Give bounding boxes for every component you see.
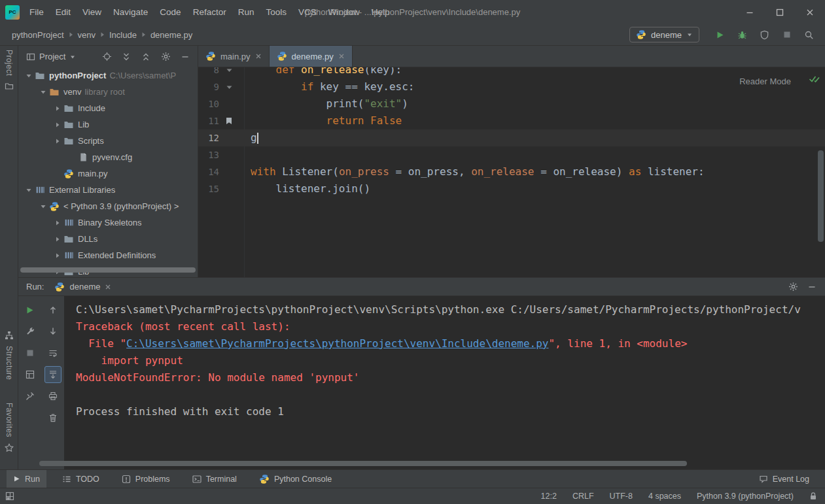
run-config-selector[interactable]: deneme: [629, 27, 699, 42]
tree-item-lib[interactable]: Lib: [18, 116, 198, 133]
hide-panel-icon[interactable]: [808, 283, 816, 291]
editor-scrollbar[interactable]: [818, 150, 824, 242]
menu-refactor[interactable]: Refactor: [187, 0, 232, 24]
expand-all-button[interactable]: [119, 50, 133, 64]
tree-item-include[interactable]: Include: [18, 100, 198, 116]
project-view-selector[interactable]: Project: [39, 52, 65, 61]
tree-item-venv[interactable]: venv library root: [18, 84, 198, 100]
breadcrumb-pythonproject[interactable]: pythonProject: [12, 30, 64, 40]
close-button[interactable]: [795, 0, 825, 24]
debug-button[interactable]: [733, 27, 752, 42]
event-log-button[interactable]: Event Log: [752, 475, 816, 484]
prev-occurrence-button[interactable]: [44, 301, 61, 318]
collapse-all-button[interactable]: [139, 50, 153, 64]
menu-run[interactable]: Run: [232, 0, 260, 24]
tree-item-python-3-9-pythonproject[interactable]: < Python 3.9 (pythonProject) >: [18, 198, 198, 214]
toolwindow-run[interactable]: Run: [7, 470, 46, 488]
tree-item-main-py[interactable]: main.py: [18, 165, 198, 182]
project-options-button[interactable]: [158, 50, 173, 64]
breadcrumb-deneme-py[interactable]: deneme.py: [150, 30, 192, 40]
chevron-right-icon[interactable]: [52, 105, 63, 112]
clear-console-button[interactable]: [44, 409, 61, 426]
lock-icon[interactable]: [809, 492, 817, 501]
toolwindow-python-console[interactable]: Python Console: [253, 470, 338, 488]
tree-item-scripts[interactable]: Scripts: [18, 133, 198, 149]
code-line-14[interactable]: 14with Listener(on_press = on_press, on_…: [198, 163, 825, 180]
toolwindow-todo[interactable]: TODO: [56, 470, 106, 488]
inspections-ok-icon[interactable]: [809, 75, 820, 83]
rerun-button[interactable]: [22, 301, 39, 318]
close-icon[interactable]: [255, 53, 262, 59]
chevron-right-icon[interactable]: [52, 252, 63, 259]
file-link[interactable]: C:\Users\samet\PycharmProjects\pythonPro…: [126, 337, 548, 350]
project-hscrollbar[interactable]: [20, 267, 196, 273]
line-number[interactable]: 15: [198, 180, 219, 197]
line-number[interactable]: 8: [198, 67, 219, 78]
toolwindow-terminal[interactable]: Terminal: [186, 470, 243, 488]
indent-style[interactable]: 4 spaces: [648, 492, 681, 501]
chevron-right-icon[interactable]: [52, 236, 63, 243]
favorites-stripe-button[interactable]: Favorites: [5, 403, 14, 437]
stop-button[interactable]: [777, 27, 796, 42]
stop-process-button[interactable]: [22, 344, 39, 361]
chevron-right-icon[interactable]: [52, 220, 63, 226]
minimize-button[interactable]: [735, 0, 765, 24]
menu-view[interactable]: View: [77, 0, 107, 24]
menu-tools[interactable]: Tools: [260, 0, 292, 24]
tree-item-pyvenv-cfg[interactable]: pyvenv.cfg: [18, 149, 198, 165]
menu-navigate[interactable]: Navigate: [107, 0, 154, 24]
chevron-down-icon[interactable]: [24, 73, 34, 79]
run-tab[interactable]: deneme: [50, 278, 115, 295]
scroll-to-end-button[interactable]: [44, 366, 61, 383]
tree-item-pythonproject[interactable]: pythonProject C:\Users\samet\P: [18, 67, 198, 84]
code-line-9[interactable]: 9 if key == key.esc:: [198, 78, 825, 95]
hide-panel-button[interactable]: [178, 50, 192, 64]
close-icon[interactable]: [105, 284, 111, 290]
print-console-button[interactable]: [44, 388, 61, 405]
tab-main-py[interactable]: main.py: [198, 46, 270, 67]
code-line-10[interactable]: 10 print("exit"): [198, 95, 825, 112]
tool-windows-toggle-icon[interactable]: [5, 492, 14, 501]
maximize-button[interactable]: [765, 0, 795, 24]
file-encoding[interactable]: UTF-8: [610, 492, 633, 501]
chevron-down-icon[interactable]: [24, 187, 34, 193]
search-everywhere-button[interactable]: [799, 27, 818, 42]
line-number[interactable]: 11: [198, 112, 219, 129]
gear-icon[interactable]: [788, 282, 798, 292]
code-line-15[interactable]: 15 listener.join(): [198, 180, 825, 197]
restore-layout-button[interactable]: [22, 366, 39, 383]
menu-file[interactable]: File: [24, 0, 50, 24]
coverage-button[interactable]: [755, 27, 774, 42]
chevron-right-icon[interactable]: [52, 138, 63, 144]
tab-deneme-py[interactable]: deneme.py: [270, 46, 353, 67]
editor[interactable]: 8 def on_release(key):9 if key == key.es…: [198, 67, 825, 277]
chevron-right-icon[interactable]: [52, 122, 63, 128]
code-line-8[interactable]: 8 def on_release(key):: [198, 67, 825, 78]
tree-item-external-libraries[interactable]: External Libraries: [18, 182, 198, 198]
soft-wrap-button[interactable]: [44, 344, 61, 361]
run-button[interactable]: [711, 27, 729, 42]
reader-mode-widget[interactable]: Reader Mode: [739, 76, 791, 86]
tree-item-binary-skeletons[interactable]: Binary Skeletons: [18, 214, 198, 231]
line-number[interactable]: 9: [198, 78, 219, 95]
select-opened-file-button[interactable]: [99, 50, 114, 64]
pin-tab-button[interactable]: [22, 388, 39, 405]
line-separator[interactable]: CRLF: [572, 492, 594, 501]
line-number[interactable]: 13: [198, 146, 219, 163]
next-occurrence-button[interactable]: [44, 323, 61, 340]
menu-edit[interactable]: Edit: [50, 0, 77, 24]
tree-item-dlls[interactable]: DLLs: [18, 231, 198, 247]
line-number[interactable]: 10: [198, 95, 219, 112]
project-stripe-button[interactable]: Project: [5, 50, 14, 76]
code-line-13[interactable]: 13: [198, 146, 825, 163]
caret-position[interactable]: 12:2: [541, 492, 557, 501]
edit-configuration-button[interactable]: [22, 323, 39, 340]
toolwindow-problems[interactable]: Problems: [115, 470, 177, 488]
line-number[interactable]: 14: [198, 163, 219, 180]
breadcrumb-include[interactable]: Include: [109, 30, 137, 40]
close-icon[interactable]: [338, 53, 345, 59]
code-line-12[interactable]: 12g: [198, 129, 825, 146]
line-number[interactable]: 12: [198, 129, 219, 146]
console-hscrollbar[interactable]: [39, 461, 687, 466]
tree-item-extended-definitions[interactable]: Extended Definitions: [18, 247, 198, 263]
